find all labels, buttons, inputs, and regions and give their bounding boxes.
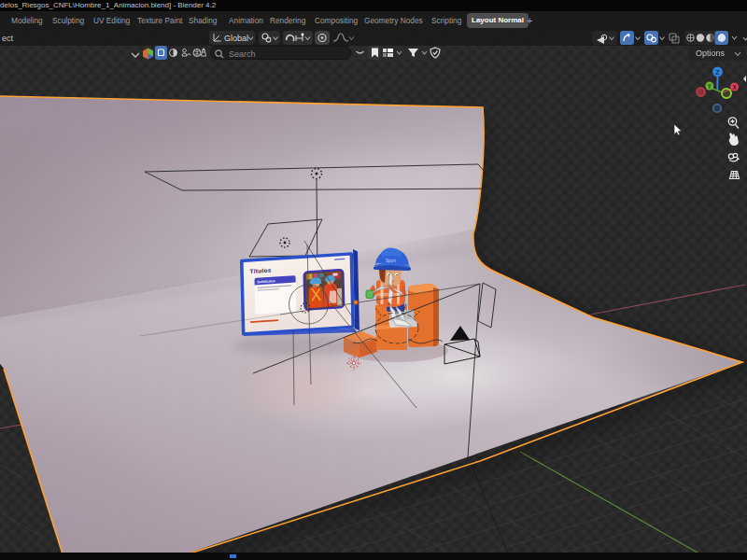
svg-text:Global: Global <box>224 34 248 43</box>
svg-text:X: X <box>732 84 737 91</box>
svg-text:Search: Search <box>229 49 256 59</box>
svg-text:Y: Y <box>708 83 712 90</box>
svg-text:Sport: Sport <box>386 259 397 263</box>
svg-text:Z: Z <box>715 69 720 76</box>
